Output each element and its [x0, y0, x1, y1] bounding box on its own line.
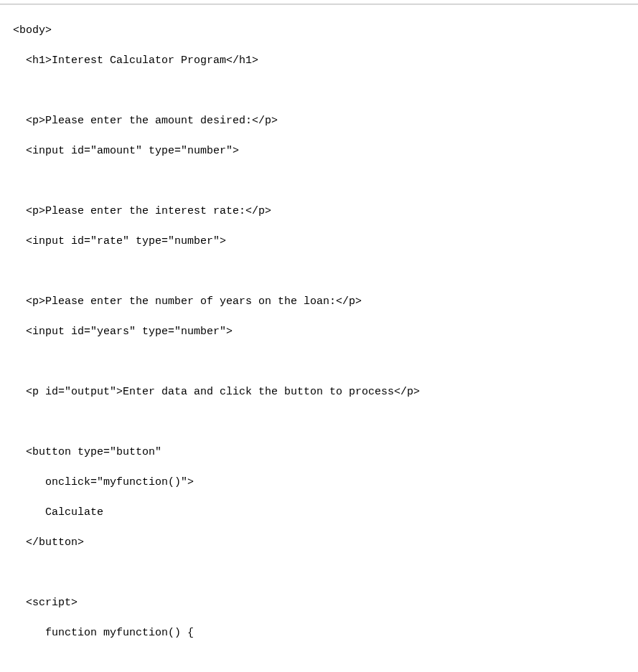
code-line — [0, 174, 638, 189]
code-line: <p>Please enter the amount desired:</p> — [0, 113, 638, 128]
code-line: Calculate — [0, 505, 638, 520]
code-line: <input id="years" type="number"> — [0, 324, 638, 339]
code-line: <input id="amount" type="number"> — [0, 143, 638, 158]
code-line: </button> — [0, 535, 638, 550]
code-line: function myfunction() { — [0, 625, 638, 640]
code-line: <p>Please enter the number of years on t… — [0, 294, 638, 309]
code-line — [0, 264, 638, 279]
code-line: <button type="button" — [0, 445, 638, 460]
code-line: <input id="rate" type="number"> — [0, 234, 638, 249]
code-line: <body> — [0, 23, 638, 38]
code-line — [0, 415, 638, 430]
code-line — [0, 83, 638, 98]
code-line: onclick="myfunction()"> — [0, 475, 638, 490]
code-line: <script> — [0, 595, 638, 610]
code-line: <p id="output">Enter data and click the … — [0, 384, 638, 399]
code-line — [0, 354, 638, 369]
code-line: <h1>Interest Calculator Program</h1> — [0, 53, 638, 68]
code-line: <p>Please enter the interest rate:</p> — [0, 204, 638, 219]
code-line — [0, 656, 638, 671]
code-line — [0, 565, 638, 580]
text-editor[interactable]: <body> <h1>Interest Calculator Program</… — [0, 4, 638, 672]
